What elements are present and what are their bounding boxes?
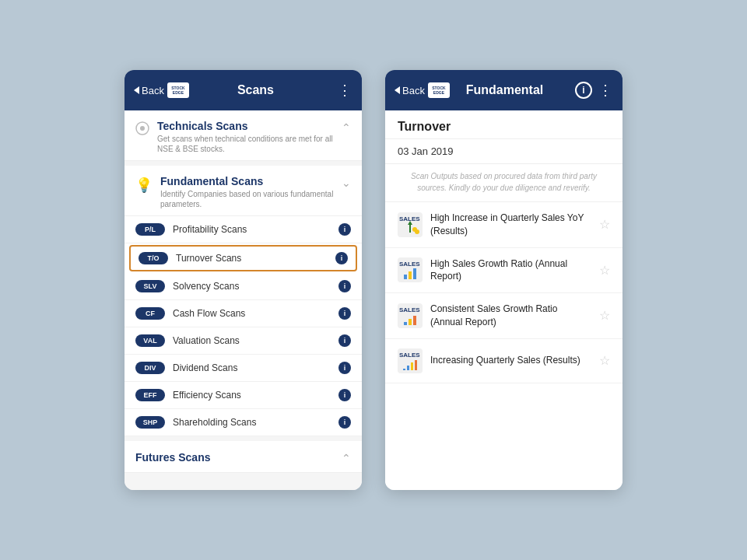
turnover-section-title: Turnover — [398, 120, 610, 134]
left-panel-body: Technicals Scans Get scans when technica… — [124, 110, 362, 490]
svg-rect-20 — [403, 369, 405, 370]
svg-text:SALES: SALES — [399, 352, 420, 359]
result-item-4[interactable]: SALES Increasing Quarterly Sales (Result… — [385, 339, 622, 383]
profitability-info-icon[interactable]: i — [338, 223, 351, 236]
left-back-button[interactable]: Back — [134, 85, 164, 96]
date-row: 03 Jan 2019 — [385, 139, 622, 164]
scan-label-profitability: Profitability Scans — [173, 224, 331, 235]
svg-rect-11 — [409, 271, 412, 279]
solvency-info-icon[interactable]: i — [338, 280, 351, 292]
result-item-1[interactable]: SALES High Increase in Quarterly Sales Y… — [385, 202, 622, 248]
result-icon-2: SALES — [398, 257, 423, 282]
result-star-2[interactable]: ☆ — [599, 263, 610, 278]
left-header: Back STOCKEDGE Scans ⋮ — [124, 70, 362, 110]
scan-label-turnover: Turnover Scans — [176, 253, 328, 264]
left-more-button[interactable]: ⋮ — [338, 82, 352, 99]
svg-text:SALES: SALES — [399, 261, 420, 268]
scan-item-efficiency[interactable]: EFF Efficiency Scans i — [124, 382, 362, 409]
svg-rect-15 — [404, 322, 407, 325]
technicals-icon — [135, 121, 149, 139]
info-button[interactable]: i — [575, 82, 592, 99]
right-back-button[interactable]: Back — [395, 85, 425, 96]
fundamental-icon: 💡 — [135, 177, 153, 194]
right-header: Back STOCKEDGE Fundamental i ⋮ — [385, 70, 622, 110]
svg-rect-23 — [415, 360, 417, 370]
valuation-info-icon[interactable]: i — [338, 334, 351, 347]
result-label-1: High Increase in Quarterly Sales YoY (Re… — [430, 212, 591, 238]
dividend-info-icon[interactable]: i — [338, 362, 351, 374]
fundamental-subtitle: Identify Companies based on various fund… — [160, 189, 334, 209]
scan-label-valuation: Valuation Scans — [173, 335, 331, 346]
result-star-4[interactable]: ☆ — [599, 353, 610, 368]
futures-title: Futures Scans — [135, 451, 210, 464]
futures-chevron: ⌃ — [342, 452, 351, 464]
result-star-1[interactable]: ☆ — [599, 217, 610, 232]
scan-item-turnover[interactable]: T/O Turnover Scans i — [129, 245, 357, 271]
svg-rect-22 — [411, 362, 413, 370]
left-panel: Back STOCKEDGE Scans ⋮ Technicals Scans … — [124, 70, 362, 490]
scan-badge-pl: P/L — [135, 223, 165, 236]
svg-rect-10 — [404, 275, 407, 279]
result-label-2: High Sales Growth Ratio (Annual Report) — [430, 257, 591, 284]
scan-badge-cf: CF — [135, 307, 165, 320]
scan-badge-shp: SHP — [135, 416, 165, 429]
scan-label-cashflow: Cash Flow Scans — [173, 308, 331, 319]
result-icon-3: SALES — [398, 303, 423, 328]
scan-item-shareholding[interactable]: SHP Shareholding Scans i — [124, 409, 362, 436]
scan-item-dividend[interactable]: DIV Dividend Scans i — [124, 355, 362, 382]
technicals-title: Technicals Scans — [157, 120, 334, 132]
turnover-info-icon[interactable]: i — [335, 252, 348, 264]
svg-rect-12 — [413, 268, 416, 279]
efficiency-info-icon[interactable]: i — [338, 389, 351, 401]
result-star-3[interactable]: ☆ — [599, 308, 610, 323]
svg-rect-21 — [407, 366, 409, 370]
right-back-label: Back — [402, 85, 425, 96]
technicals-chevron: ⌃ — [342, 121, 351, 134]
scan-label-efficiency: Efficiency Scans — [173, 390, 331, 401]
scan-badge-val: VAL — [135, 334, 165, 347]
back-chevron-icon — [134, 86, 139, 94]
result-item-3[interactable]: SALES Consistent Sales Growth Ratio (Ann… — [385, 293, 622, 339]
left-header-title: Scans — [174, 83, 338, 97]
technicals-subtitle: Get scans when technical conditions are … — [157, 134, 334, 154]
fundamental-chevron: ⌄ — [342, 177, 351, 189]
technicals-section-header[interactable]: Technicals Scans Get scans when technica… — [124, 110, 362, 161]
svg-text:SALES: SALES — [399, 306, 420, 313]
fundamental-scan-items: P/L Profitability Scans i T/O Turnover S… — [124, 216, 362, 436]
back-label: Back — [142, 85, 164, 96]
futures-section-header[interactable]: Futures Scans ⌃ — [124, 436, 362, 473]
result-icon-4: SALES — [398, 348, 423, 373]
scan-badge-to: T/O — [139, 252, 168, 264]
cashflow-info-icon[interactable]: i — [338, 307, 351, 320]
scan-item-solvency[interactable]: SLV Solvency Scans i — [124, 273, 362, 300]
svg-rect-17 — [413, 316, 416, 325]
fundamental-info: Fundamental Scans Identify Companies bas… — [160, 175, 334, 209]
right-more-button[interactable]: ⋮ — [598, 82, 613, 99]
scan-item-cashflow[interactable]: CF Cash Flow Scans i — [124, 300, 362, 327]
svg-point-7 — [415, 229, 419, 234]
disclaimer-text: Scan Outputs based on procured data from… — [385, 164, 622, 202]
right-panel-body: Turnover 03 Jan 2019 Scan Outputs based … — [385, 110, 622, 490]
scan-badge-slv: SLV — [135, 280, 165, 292]
scan-badge-div: DIV — [135, 362, 165, 374]
result-label-4: Increasing Quarterly Sales (Results) — [430, 354, 591, 367]
result-icon-1: SALES — [398, 212, 423, 237]
scan-badge-eff: EFF — [135, 389, 165, 401]
fundamental-title: Fundamental Scans — [160, 175, 334, 187]
scan-item-valuation[interactable]: VAL Valuation Scans i — [124, 327, 362, 355]
scan-item-profitability[interactable]: P/L Profitability Scans i — [124, 216, 362, 243]
scan-label-dividend: Dividend Scans — [173, 362, 331, 373]
right-panel: Back STOCKEDGE Fundamental i ⋮ Turnover … — [385, 70, 622, 490]
svg-rect-16 — [409, 319, 412, 325]
scan-label-solvency: Solvency Scans — [173, 281, 331, 292]
technicals-info: Technicals Scans Get scans when technica… — [157, 120, 334, 154]
svg-point-1 — [140, 126, 145, 131]
right-back-chevron-icon — [395, 86, 400, 94]
scan-label-shareholding: Shareholding Scans — [173, 417, 331, 428]
turnover-section-title-area: Turnover — [385, 110, 622, 139]
shareholding-info-icon[interactable]: i — [338, 416, 351, 429]
fundamental-section-header[interactable]: 💡 Fundamental Scans Identify Companies b… — [124, 161, 362, 216]
result-item-2[interactable]: SALES High Sales Growth Ratio (Annual Re… — [385, 248, 622, 294]
result-label-3: Consistent Sales Growth Ratio (Annual Re… — [430, 303, 591, 329]
right-header-title: Fundamental — [434, 83, 575, 97]
